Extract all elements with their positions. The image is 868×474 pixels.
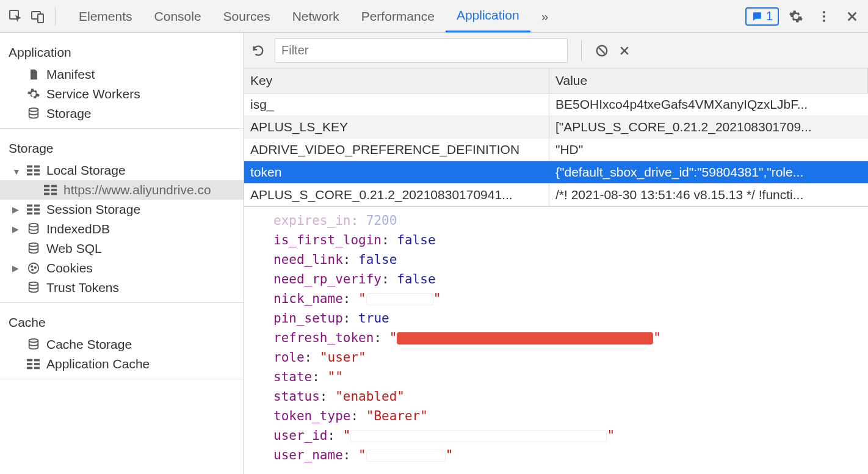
tab-sources[interactable]: Sources	[212, 0, 281, 32]
svg-rect-20	[34, 205, 40, 207]
detail-line: user_id: ""	[273, 426, 868, 445]
tab-overflow[interactable]: »	[530, 0, 560, 32]
svg-rect-18	[51, 193, 57, 195]
svg-point-27	[29, 263, 39, 274]
sidebar-item[interactable]: Service Workers	[0, 84, 244, 104]
svg-rect-24	[34, 213, 40, 215]
inspect-icon[interactable]	[5, 5, 27, 27]
issues-badge[interactable]: 1	[745, 7, 779, 26]
detail-line: state: ""	[273, 367, 868, 387]
sidebar-item-label: Cookies	[46, 261, 93, 275]
expand-icon[interactable]: ▼	[12, 167, 21, 177]
sidebar-item[interactable]: Application Cache	[0, 354, 244, 374]
cell-key: isg_	[244, 93, 549, 115]
table-row[interactable]: isg_BE5OHIxco4p4txeGafs4VMXanyIQzxLJbF..…	[244, 93, 868, 116]
database-icon	[27, 281, 40, 294]
cookie-icon	[27, 261, 40, 275]
svg-rect-22	[34, 208, 40, 211]
devtools-tabs: Elements Console Sources Network Perform…	[68, 0, 745, 32]
sidebar-item-label: Session Storage	[46, 202, 140, 217]
table-row[interactable]: APLUS_S_CORE_0.21.2_2021083017094​1.../*…	[244, 184, 868, 206]
refresh-icon[interactable]	[251, 44, 265, 57]
sidebar-item[interactable]: ▶IndexedDB	[0, 219, 244, 239]
database-icon	[27, 107, 40, 120]
filter-input[interactable]	[275, 38, 568, 63]
table-row[interactable]: token{"default_sbox_drive_id":"59804381"…	[244, 161, 868, 184]
svg-rect-37	[27, 367, 32, 370]
detail-line: need_link: false	[273, 250, 868, 269]
detail-line: token_type: "Bearer"	[273, 406, 868, 426]
document-icon	[27, 68, 40, 81]
storage-toolbar	[244, 33, 868, 68]
tab-console[interactable]: Console	[143, 0, 212, 32]
svg-rect-35	[27, 363, 32, 365]
value-detail: expires_in: 7200is_first_login: falsenee…	[244, 206, 868, 474]
svg-point-4	[823, 15, 825, 18]
table-row[interactable]: ADRIVE_VIDEO_PREFERENCE_DEFINITION"HD"	[244, 139, 868, 161]
expand-icon[interactable]: ▶	[12, 224, 21, 234]
topbar-right: 1	[745, 5, 863, 27]
svg-rect-21	[27, 208, 32, 211]
device-toggle-icon[interactable]	[27, 5, 49, 27]
svg-rect-14	[51, 185, 57, 188]
sidebar-item[interactable]: Storage	[0, 104, 244, 123]
database-icon	[27, 338, 40, 351]
svg-point-6	[29, 108, 38, 112]
grid-icon	[27, 203, 40, 216]
detail-line: status: "enabled"	[273, 387, 868, 406]
devtools-topbar: Elements Console Sources Network Perform…	[0, 0, 868, 33]
sidebar-item[interactable]: Trust Tokens	[0, 278, 244, 297]
clear-all-icon[interactable]	[595, 44, 609, 57]
sidebar-item[interactable]: Cache Storage	[0, 335, 244, 354]
grid-icon	[27, 164, 40, 177]
sidebar-item-label: IndexedDB	[46, 222, 110, 236]
svg-rect-16	[51, 189, 57, 191]
sidebar-item[interactable]: https://www.aliyundrive.co	[0, 180, 244, 200]
col-value[interactable]: Value	[549, 68, 868, 93]
svg-rect-2	[38, 14, 43, 23]
table-header: Key Value	[244, 68, 868, 93]
svg-rect-8	[34, 166, 40, 168]
kebab-icon[interactable]	[813, 5, 835, 27]
svg-rect-11	[27, 173, 32, 176]
sidebar-group-title: Storage	[0, 136, 244, 161]
detail-line: role: "user"	[273, 348, 868, 367]
svg-point-32	[29, 339, 38, 343]
tab-application[interactable]: Application	[446, 0, 530, 32]
svg-rect-17	[44, 193, 49, 195]
sidebar-item[interactable]: Web SQL	[0, 239, 244, 258]
expand-icon[interactable]: ▶	[12, 263, 21, 273]
sidebar-group-title: Application	[0, 40, 244, 65]
detail-line: refresh_token: ""	[273, 328, 868, 348]
separator	[55, 7, 56, 26]
sidebar-item-label: Service Workers	[46, 87, 140, 101]
svg-rect-19	[27, 205, 32, 207]
close-icon[interactable]	[841, 5, 863, 27]
expand-icon[interactable]: ▶	[12, 205, 21, 214]
svg-rect-34	[34, 359, 40, 362]
cell-value: {"default_sbox_drive_id":"59804381","rol…	[549, 161, 868, 183]
tab-performance[interactable]: Performance	[350, 0, 446, 32]
svg-point-5	[823, 20, 825, 22]
sidebar-item[interactable]: ▶Cookies	[0, 258, 244, 278]
svg-rect-7	[27, 166, 32, 168]
sidebar-item-label: Application Cache	[46, 357, 150, 371]
grid-icon	[27, 357, 40, 371]
svg-rect-13	[44, 185, 49, 188]
settings-icon[interactable]	[785, 5, 807, 27]
svg-point-29	[35, 267, 36, 268]
tab-elements[interactable]: Elements	[68, 0, 143, 32]
sidebar-item-label: Cache Storage	[46, 337, 132, 352]
storage-table: Key Value isg_BE5OHIxco4p4txeGafs4VMXany…	[244, 68, 868, 206]
svg-point-28	[31, 266, 32, 267]
col-key[interactable]: Key	[244, 68, 549, 93]
database-icon	[27, 222, 40, 236]
sidebar-item[interactable]: ▼Local Storage	[0, 161, 244, 180]
svg-point-26	[29, 243, 38, 247]
table-row[interactable]: APLUS_LS_KEY["APLUS_S_CORE_0.21.2_202108…	[244, 116, 868, 139]
sidebar-item[interactable]: Manifest	[0, 65, 244, 84]
tab-network[interactable]: Network	[281, 0, 350, 32]
sidebar-item[interactable]: ▶Session Storage	[0, 200, 244, 219]
delete-icon[interactable]	[618, 45, 631, 57]
svg-rect-33	[27, 359, 32, 362]
